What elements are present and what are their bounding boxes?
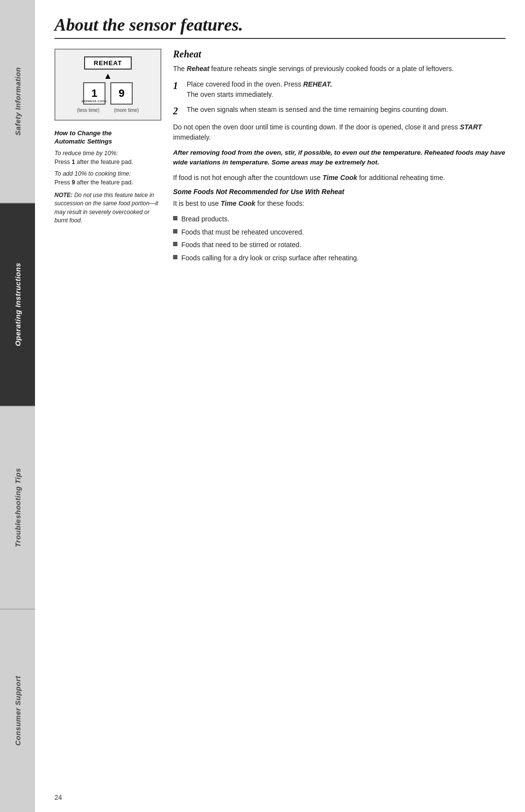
- reduce-head: To reduce time by 10%:: [54, 150, 161, 157]
- step-2-number: 2: [173, 105, 183, 117]
- title-divider: [54, 38, 506, 39]
- step-1-number: 1: [173, 79, 183, 92]
- how-to-title: How to Change the Automatic Settings: [54, 129, 161, 146]
- step-1-row: 1 Place covered food in the oven. Press …: [173, 79, 506, 100]
- bullet-text-3: Foods that need to be stirred or rotated…: [181, 240, 301, 251]
- list-item: Foods calling for a dry look or crisp su…: [173, 253, 506, 264]
- time-labels: (less time) (more time): [77, 108, 139, 113]
- bullet-text-4: Foods calling for a dry look or crisp su…: [181, 253, 359, 264]
- bullet-text-2: Foods that must be reheated uncovered.: [181, 227, 304, 238]
- reheat-label: REHEAT: [84, 56, 132, 70]
- step-1-text: Place covered food in the oven. Press RE…: [187, 79, 332, 100]
- page-number: 24: [54, 794, 62, 801]
- main-content: About the sensor features. REHEAT ▲ 1 EX…: [35, 0, 525, 812]
- reheat-diagram: REHEAT ▲ 1 EXPRESS COOK 9 (less time): [54, 49, 161, 121]
- note-text: NOTE: Do not use this feature twice in s…: [54, 191, 161, 225]
- bullet-icon: [173, 229, 177, 234]
- right-column: Reheat The Reheat feature reheats single…: [173, 49, 506, 269]
- sidebar-section-safety: Safety Information: [0, 0, 35, 203]
- more-time-label: (more time): [114, 108, 139, 113]
- left-column: REHEAT ▲ 1 EXPRESS COOK 9 (less time): [54, 49, 161, 269]
- btn-9: 9: [110, 82, 133, 105]
- sidebar-section-operating: Operating Instructions: [0, 203, 35, 407]
- bullet-icon: [173, 255, 177, 259]
- arrow-up-icon: ▲: [104, 72, 112, 80]
- sidebar-section-troubleshooting: Troubleshooting Tips: [0, 407, 35, 610]
- step-2-text: The oven signals when steam is sensed an…: [187, 105, 448, 115]
- step-2-row: 2 The oven signals when steam is sensed …: [173, 105, 506, 117]
- sidebar: Safety Information Operating Instruction…: [0, 0, 35, 812]
- list-item: Foods that need to be stirred or rotated…: [173, 240, 506, 251]
- page-title: About the sensor features.: [54, 15, 506, 35]
- bullet-icon: [173, 216, 177, 220]
- bullet-text-1: Bread products.: [181, 214, 229, 225]
- btn-1: 1 EXPRESS COOK: [83, 82, 105, 105]
- express-cook-label: EXPRESS COOK: [82, 100, 107, 103]
- bullet-icon: [173, 242, 177, 246]
- sidebar-label-troubleshooting: Troubleshooting Tips: [14, 468, 22, 547]
- btn1-box: 1 EXPRESS COOK: [83, 82, 105, 105]
- add-head: To add 10% to cooking time:: [54, 170, 161, 177]
- note-prefix: NOTE:: [54, 192, 72, 198]
- content-area: REHEAT ▲ 1 EXPRESS COOK 9 (less time): [54, 49, 506, 269]
- how-to-section: How to Change the Automatic Settings To …: [54, 129, 161, 225]
- reheat-section-title: Reheat: [173, 49, 506, 60]
- open-door-text: Do not open the oven door until time is …: [173, 122, 506, 143]
- sidebar-label-operating: Operating Instructions: [14, 263, 22, 346]
- list-item: Bread products.: [173, 214, 506, 225]
- button-row: 1 EXPRESS COOK 9: [83, 82, 133, 105]
- reheat-intro: The Reheat feature reheats single servin…: [173, 64, 506, 74]
- less-time-label: (less time): [77, 108, 99, 113]
- warning-text: After removing food from the oven, stir,…: [173, 148, 506, 168]
- best-use-text: It is best to use Time Cook for these fo…: [173, 198, 506, 209]
- sidebar-label-safety: Safety Information: [14, 67, 22, 136]
- some-foods-head: Some Foods Not Recommended for Use With …: [173, 188, 506, 196]
- list-item: Foods that must be reheated uncovered.: [173, 227, 506, 238]
- add-body: Press 9 after the feature pad.: [54, 179, 161, 187]
- bullet-list: Bread products. Foods that must be rehea…: [173, 214, 506, 264]
- reduce-body: Press 1 after the feature pad.: [54, 158, 161, 167]
- if-food-text: If food is not hot enough after the coun…: [173, 173, 506, 183]
- sidebar-label-consumer: Consumer Support: [14, 676, 22, 746]
- sidebar-section-consumer: Consumer Support: [0, 610, 35, 812]
